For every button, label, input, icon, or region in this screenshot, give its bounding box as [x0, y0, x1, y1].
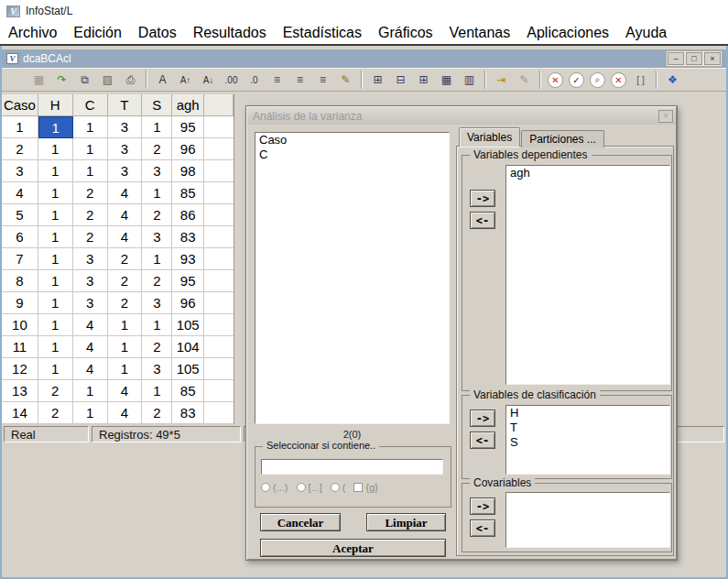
grid-cell[interactable]: 3: [2, 160, 38, 182]
grid-cell[interactable]: 3: [108, 116, 143, 138]
delete-row-icon[interactable]: ⊟: [390, 71, 411, 89]
filter-option-1[interactable]: (...): [261, 482, 288, 493]
grid-cell[interactable]: 3: [142, 292, 172, 314]
grid-cell[interactable]: 1: [38, 138, 73, 160]
classification-variable-item[interactable]: S: [506, 435, 669, 450]
filter-input[interactable]: [261, 459, 443, 475]
classification-variable-item[interactable]: T: [506, 421, 669, 435]
paste-icon[interactable]: ▨: [97, 71, 118, 89]
column-header-agh[interactable]: agh: [172, 94, 204, 116]
grid-cell[interactable]: 95: [172, 270, 204, 292]
grid-cell[interactable]: 1: [2, 116, 38, 138]
column-header-caso[interactable]: Caso: [2, 94, 38, 116]
menu-item-estad-sticas[interactable]: Estadísticas: [275, 23, 370, 43]
grid-cell[interactable]: 1: [73, 380, 108, 402]
grid-cell[interactable]: 12: [2, 358, 38, 380]
grid-cell[interactable]: 1: [108, 358, 143, 380]
grid-cell[interactable]: 2: [73, 204, 108, 226]
deactivate-case-icon[interactable]: ✕: [548, 72, 563, 88]
grid-cell[interactable]: 11: [2, 336, 38, 358]
infostat-logo-icon[interactable]: ❖: [662, 71, 683, 89]
grid-cell[interactable]: 1: [73, 116, 108, 138]
grid-cell[interactable]: 9: [2, 292, 38, 314]
tab-particiones[interactable]: Particiones ...: [521, 130, 604, 147]
grid-cell[interactable]: 8: [2, 270, 38, 292]
grid-cell[interactable]: 13: [2, 380, 38, 402]
covariables-move-left-button[interactable]: <-: [470, 519, 495, 537]
app-titlebar[interactable]: V InfoStat/L: [0, 0, 728, 22]
grid-cell[interactable]: 1: [38, 116, 73, 138]
grid-cell[interactable]: 3: [73, 248, 108, 270]
dependent-variable-item[interactable]: agh: [506, 166, 669, 180]
save-icon[interactable]: ▦: [28, 71, 49, 89]
grid-cell[interactable]: 104: [172, 336, 204, 358]
grid-cell[interactable]: 85: [172, 182, 204, 204]
grid-cell[interactable]: 1: [142, 116, 172, 138]
align-left-icon[interactable]: ≡: [266, 71, 288, 89]
menu-item-aplicaciones[interactable]: Aplicaciones: [518, 23, 617, 43]
document-window-titlebar[interactable]: V dcaBCAcl – □ ×: [2, 49, 726, 68]
tab-variables[interactable]: Variables: [459, 127, 520, 147]
covariables-move-right-button[interactable]: ->: [470, 497, 495, 515]
grid-cell[interactable]: 14: [2, 402, 38, 424]
edit-icon[interactable]: ✎: [514, 71, 535, 89]
grid-cell[interactable]: 1: [38, 248, 73, 270]
decimals-decrease-icon[interactable]: .0: [244, 71, 265, 89]
grid-cell[interactable]: 3: [142, 358, 172, 380]
grid-cell[interactable]: 1: [73, 402, 108, 424]
grid-cell[interactable]: 1: [38, 292, 73, 314]
grid-cell[interactable]: 7: [2, 248, 38, 270]
grid-cell[interactable]: 1: [38, 226, 73, 248]
dialog-titlebar[interactable]: Análisis de la varianza ×: [247, 107, 676, 125]
grid-cell[interactable]: 5: [2, 204, 38, 226]
grid-cell[interactable]: 1: [38, 358, 73, 380]
grid-cell[interactable]: 105: [172, 358, 204, 380]
cancel-button[interactable]: Cancelar: [260, 513, 341, 531]
grid-cell[interactable]: 95: [172, 116, 204, 138]
filter-option-2[interactable]: [...]: [297, 482, 322, 493]
format-brush-icon[interactable]: ✎: [335, 71, 356, 89]
grid-cell[interactable]: 1: [108, 336, 143, 358]
minimize-button[interactable]: –: [668, 52, 684, 65]
grid-cell[interactable]: 4: [108, 380, 143, 402]
column-header-c[interactable]: C: [73, 94, 108, 116]
grid-cell[interactable]: 1: [108, 314, 143, 336]
classification-variable-item[interactable]: H: [506, 406, 669, 421]
grid-cell[interactable]: 1: [38, 160, 73, 182]
grid-cell[interactable]: 4: [108, 226, 143, 248]
grid-cell[interactable]: 3: [73, 270, 108, 292]
grid-cell[interactable]: 3: [142, 160, 172, 182]
grid-cell[interactable]: 4: [108, 182, 143, 204]
column-header-h[interactable]: H: [38, 94, 73, 116]
grid-cell[interactable]: 105: [172, 314, 204, 336]
search-case-icon[interactable]: ⌕: [590, 72, 605, 88]
clasificacion-move-left-button[interactable]: <-: [470, 432, 495, 449]
grid-cell[interactable]: 2: [108, 292, 143, 314]
font-decrease-icon[interactable]: A↓: [198, 71, 219, 89]
grid-cell[interactable]: 2: [2, 138, 38, 160]
grid-cell[interactable]: 1: [73, 138, 108, 160]
decimals-increase-icon[interactable]: .00: [221, 71, 242, 89]
grid-cell[interactable]: 2: [108, 270, 143, 292]
grid-cell[interactable]: 2: [142, 204, 172, 226]
menu-item-archivo[interactable]: Archivo: [0, 23, 65, 43]
menu-item-gr-ficos[interactable]: Gráficos: [370, 23, 441, 43]
grid-cell[interactable]: 1: [38, 270, 73, 292]
grid-cell[interactable]: 4: [108, 402, 143, 424]
grid-cell[interactable]: 1: [73, 160, 108, 182]
grid-cell[interactable]: 1: [38, 314, 73, 336]
menu-item-resultados[interactable]: Resultados: [185, 23, 275, 43]
close-button[interactable]: ×: [704, 52, 721, 65]
grid-cell[interactable]: 10: [2, 314, 38, 336]
grid-cell[interactable]: 2: [108, 248, 143, 270]
table-icon[interactable]: ▦: [436, 71, 457, 89]
source-list-item[interactable]: Caso: [255, 133, 449, 147]
grid-cell[interactable]: 3: [73, 292, 108, 314]
brackets-icon[interactable]: [ ]: [630, 71, 651, 89]
grid-cell[interactable]: 2: [142, 270, 172, 292]
remove-case-icon[interactable]: ✕: [611, 72, 626, 88]
grid-cell[interactable]: 2: [38, 402, 73, 424]
grid-cell[interactable]: 2: [142, 138, 172, 160]
grid-cell[interactable]: 1: [142, 248, 172, 270]
align-right-icon[interactable]: ≡: [312, 71, 333, 89]
